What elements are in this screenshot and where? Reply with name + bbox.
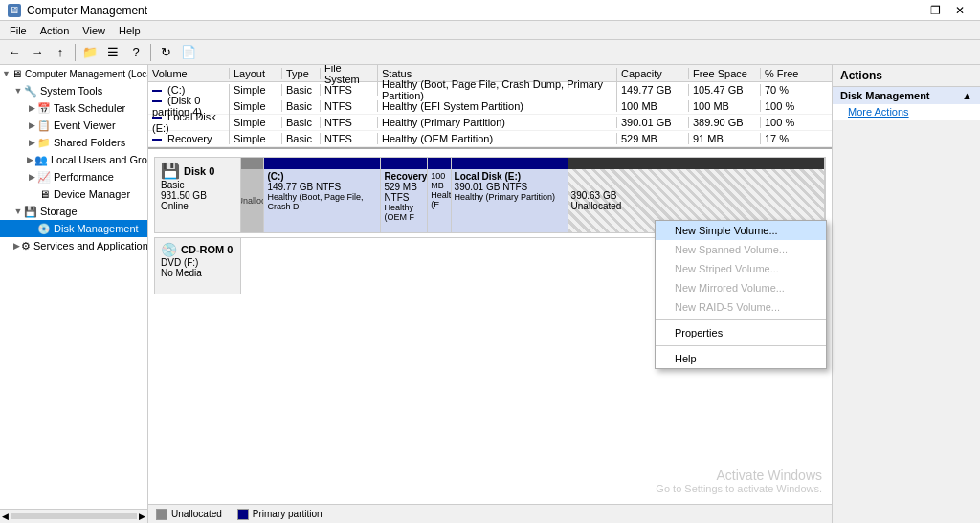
cell-freespace: 91 MB [689,133,761,144]
cell-freespace: 389.90 GB [689,117,761,128]
tree-container: ▼ 🖥 Computer Management (Loca... ▼ 🔧 Sys… [0,65,147,509]
context-menu-help[interactable]: Help [656,349,826,368]
maximize-button[interactable]: ❐ [923,0,947,21]
toolbar-properties[interactable]: ☰ [102,43,123,62]
context-menu-new-simple[interactable]: New Simple Volume... [656,221,826,240]
disk-0-unalloc[interactable]: 484 MB Unallocated [241,158,264,232]
expand-services-apps[interactable]: ▶ [13,241,20,251]
legend-unallocated: Unallocated [156,509,222,520]
context-menu: New Simple Volume... New Spanned Volume.… [655,220,827,369]
toolbar-forward[interactable]: → [27,43,48,62]
col-header-type[interactable]: Type [282,68,321,79]
tree-item-local-users[interactable]: ▶ 👥 Local Users and Groups [0,151,147,168]
task-scheduler-icon: 📅 [37,101,51,115]
local-users-icon: 👥 [34,153,48,166]
disk-table-row[interactable]: (Disk 0 partition 4) Simple Basic NTFS H… [148,98,832,115]
actions-section-disk-title[interactable]: Disk Management ▲ [833,87,980,104]
cell-layout: Simple [230,117,282,128]
context-menu-new-striped[interactable]: New Striped Volume... [656,259,826,278]
col-header-layout[interactable]: Layout [230,68,282,79]
left-scroll-right[interactable]: ▶ [139,512,145,521]
left-scroll-left[interactable]: ◀ [2,512,9,521]
tree-item-storage[interactable]: ▼ 💾 Storage [0,203,147,220]
col-header-capacity[interactable]: Capacity [617,68,689,79]
disk-table-row[interactable]: (C:) Simple Basic NTFS Healthy (Boot, Pa… [148,82,832,98]
tree-item-performance[interactable]: ▶ 📈 Performance [0,168,147,185]
cdrom-icon: 💿 [161,242,177,257]
cell-layout: Simple [230,133,282,144]
expand-task-scheduler[interactable]: ▶ [27,103,36,113]
legend-primary: Primary partition [237,509,323,520]
legend-bar: Unallocated Primary partition [148,504,832,523]
disk-0-c[interactable]: (C:) 149.77 GB NTFS Healthy (Boot, Page … [264,158,381,232]
toolbar-help[interactable]: ? [125,43,146,62]
menu-view[interactable]: View [77,24,111,37]
toolbar-sep1 [75,44,76,61]
event-viewer-icon: 📋 [37,119,51,132]
disk-0-label: 💾 Disk 0 Basic 931.50 GB Online [155,158,241,232]
disk-table-row[interactable]: Local Disk (E:) Simple Basic NTFS Health… [148,115,832,131]
tree-label-local-users: Local Users and Groups [51,154,147,165]
left-scroll-bar[interactable]: ◀ ▶ [0,509,147,523]
cell-status: Healthy (Primary Partition) [378,117,617,128]
disk-0-efi[interactable]: 100 MB Healthy (E [428,158,451,232]
disk-management-icon: 💿 [37,222,51,235]
actions-section-disk-label: Disk Management [840,90,930,101]
context-menu-new-mirrored[interactable]: New Mirrored Volume... [656,278,826,297]
disk-table: Volume Layout Type File System Status Ca… [148,65,832,149]
toolbar-sep2 [150,44,151,61]
tree-item-disk-management[interactable]: 💿 Disk Management [0,220,147,237]
cell-freespace: 105.47 GB [689,84,761,96]
close-button[interactable]: ✕ [947,0,972,21]
context-menu-properties[interactable]: Properties [656,323,826,342]
actions-panel: Actions Disk Management ▲ More Actions [832,65,980,523]
col-header-volume[interactable]: Volume [148,68,230,79]
tree-item-system-tools[interactable]: ▼ 🔧 System Tools [0,82,147,99]
toolbar-show-hide[interactable]: 📁 [79,43,100,62]
context-menu-new-raid5[interactable]: New RAID-5 Volume... [656,297,826,316]
disk-0-recovery[interactable]: Recovery 529 MB NTFS Healthy (OEM F [381,158,428,232]
expand-system-tools[interactable]: ▼ [13,86,23,96]
context-menu-new-spanned[interactable]: New Spanned Volume... [656,240,826,259]
tree-item-event-viewer[interactable]: ▶ 📋 Event Viewer [0,117,147,134]
col-header-freespace[interactable]: Free Space [689,68,761,79]
toolbar: ← → ↑ 📁 ☰ ? ↻ 📄 [0,40,980,65]
disk-0-size: 931.50 GB [161,190,234,201]
expand-local-users[interactable]: ▶ [27,155,33,164]
tree-item-computer-mgmt[interactable]: ▼ 🖥 Computer Management (Loca... [0,65,147,82]
cdrom-0-status: No Media [161,268,234,278]
tree-item-task-scheduler[interactable]: ▶ 📅 Task Scheduler [0,99,147,117]
tree-item-services-apps[interactable]: ▶ ⚙ Services and Applications [0,237,147,254]
menu-help[interactable]: Help [113,24,146,37]
expand-shared-folders[interactable]: ▶ [27,138,36,147]
cell-capacity: 149.77 GB [617,84,689,96]
menu-action[interactable]: Action [34,24,76,37]
actions-more-actions[interactable]: More Actions [833,104,980,120]
cdrom-0-drive: DVD (F:) [161,257,234,268]
expand-performance[interactable]: ▶ [27,172,36,182]
cell-pctfree: 17 % [761,133,809,144]
cell-volume: Recovery [148,133,230,144]
expand-event-viewer[interactable]: ▶ [27,120,36,130]
tree-item-device-manager[interactable]: 🖥 Device Manager [0,185,147,203]
col-header-pctfree[interactable]: % Free [761,68,809,79]
col-header-status[interactable]: Status [378,68,617,79]
disk-0-name: Disk 0 [184,165,214,177]
tree-label-disk-management: Disk Management [54,223,139,234]
menu-file[interactable]: File [4,24,33,37]
disk-0-e[interactable]: Local Disk (E:) 390.01 GB NTFS Healthy (… [452,158,568,232]
cell-type: Basic [282,133,321,144]
expand-storage[interactable]: ▼ [13,207,23,216]
tree-label-storage: Storage [40,206,78,217]
toolbar-up[interactable]: ↑ [50,43,71,62]
tree-item-shared-folders[interactable]: ▶ 📁 Shared Folders [0,134,147,151]
toolbar-refresh[interactable]: ↻ [155,43,176,62]
expand-icon[interactable]: ▼ [2,69,11,78]
toolbar-export[interactable]: 📄 [178,43,199,62]
toolbar-back[interactable]: ← [4,43,25,62]
minimize-button[interactable]: — [898,0,923,21]
col-header-fs[interactable]: File System [321,65,378,85]
cell-type: Basic [282,117,321,128]
disk-table-row[interactable]: Recovery Simple Basic NTFS Healthy (OEM … [148,131,832,147]
left-panel: ▼ 🖥 Computer Management (Loca... ▼ 🔧 Sys… [0,65,148,523]
